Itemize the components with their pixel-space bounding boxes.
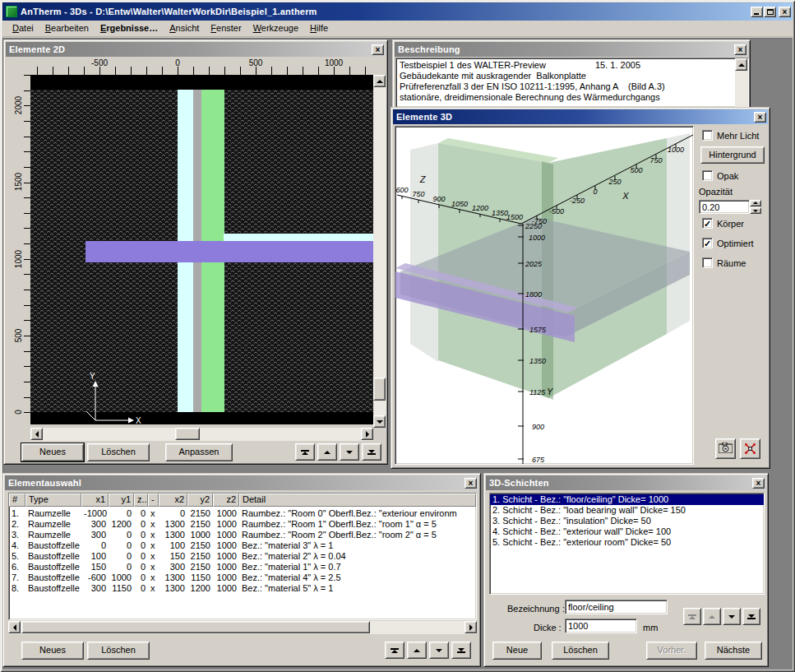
spin-up-button[interactable] <box>750 200 761 206</box>
elemente3d-viewport[interactable]: Z 600 750 900 1050 1200 1350 1500 X -750… <box>395 126 694 465</box>
close-button[interactable]: × <box>779 7 791 17</box>
col-x2[interactable]: x2 <box>159 494 187 507</box>
col-y1[interactable]: y1 <box>109 494 134 507</box>
elemente3d-titlebar[interactable]: Elemente 3D × <box>393 109 768 124</box>
menu-ansicht[interactable]: Ansicht <box>164 21 205 35</box>
elemente2d-loeschen-button[interactable]: Löschen <box>87 443 150 461</box>
elemente3d-close-button[interactable]: × <box>754 112 766 123</box>
move-up-button[interactable] <box>407 642 427 659</box>
snapshot-button[interactable] <box>715 438 736 459</box>
list-item[interactable]: 5. Schicht - Bez.: "exteriour room" Dick… <box>490 537 764 548</box>
move-to-top-button[interactable] <box>295 443 315 461</box>
move-to-top-button[interactable] <box>385 642 404 659</box>
optimiert-checkbox[interactable]: ✓ <box>702 238 713 248</box>
opak-checkbox[interactable] <box>702 170 713 181</box>
move-down-button[interactable] <box>340 443 359 461</box>
move-to-bottom-button[interactable] <box>451 642 471 659</box>
move-up-button[interactable] <box>317 443 337 461</box>
menu-datei[interactable]: Datei <box>7 21 39 35</box>
hintergrund-button[interactable]: Hintergrund <box>700 146 765 164</box>
list-item[interactable]: 2. Schicht - Bez.: "load bearing wall" D… <box>490 505 764 516</box>
hscroll-thumb[interactable] <box>175 428 200 440</box>
mehr-licht-checkbox[interactable] <box>702 130 713 141</box>
move-down-button[interactable] <box>723 608 741 625</box>
scroll-right-button[interactable] <box>361 428 373 440</box>
menu-werkzeuge[interactable]: Werkzeuge <box>247 21 304 35</box>
dicke-input[interactable] <box>565 619 637 633</box>
elemente2d-close-button[interactable]: × <box>372 44 384 55</box>
table-row[interactable]: 4. Baustoffzelle 0 0 0 x 100 2150 1000 B… <box>9 540 476 551</box>
material5-strip[interactable] <box>224 234 373 241</box>
elemente2d-hscrollbar[interactable] <box>30 428 373 441</box>
table-row[interactable]: 7. Baustoffzelle -600 1000 0 x 1300 1150… <box>9 572 476 583</box>
menu-fenster[interactable]: Fenster <box>205 21 247 35</box>
fit-view-button[interactable] <box>740 438 760 459</box>
cell-y1: 0 <box>109 540 134 551</box>
opazitaet-input[interactable] <box>699 200 750 214</box>
scroll-left-button[interactable] <box>8 621 21 633</box>
spin-down-button[interactable] <box>750 207 761 214</box>
minimize-button[interactable] <box>751 7 763 17</box>
elemente2d-vscrollbar[interactable] <box>373 75 386 428</box>
schichten-neue-button[interactable]: Neue <box>492 642 542 660</box>
schichten-titlebar[interactable]: 3D-Schichten × <box>486 475 766 490</box>
main-titlebar[interactable]: AnTherm - 3Ds - D:\Entw\Walter\WalterWor… <box>2 2 793 21</box>
elementauswahl-neues-button[interactable]: Neues <box>21 642 84 660</box>
move-to-bottom-button[interactable] <box>362 443 381 461</box>
table-row[interactable]: 8. Baustoffzelle 300 1150 0 x 1300 1200 … <box>9 583 476 594</box>
table-row[interactable]: 3. Raumzelle 300 0 0 x 1300 1000 1000 Ra… <box>9 530 476 540</box>
col-sep[interactable]: - <box>148 494 159 507</box>
move-to-top-button[interactable] <box>683 608 701 625</box>
table-row[interactable]: 5. Baustoffzelle 100 0 0 x 150 2150 1000… <box>9 551 476 562</box>
beschreibung-close-button[interactable]: × <box>734 44 746 55</box>
material4-balcony-slab[interactable] <box>86 241 373 262</box>
elementauswahl-titlebar[interactable]: Elementauswahl × <box>5 475 478 490</box>
schichten-naechste-button[interactable]: Nächste <box>705 642 762 660</box>
col-z1[interactable]: z.. <box>134 494 148 507</box>
beschreibung-titlebar[interactable]: Beschreibung × <box>395 42 748 57</box>
schichten-loeschen-button[interactable]: Löschen <box>552 642 609 660</box>
beschreibung-text-area[interactable]: Testbeispiel 1 des WALTER-Preview Gebäud… <box>395 58 749 108</box>
elementauswahl-loeschen-button[interactable]: Löschen <box>87 642 150 660</box>
col-y2[interactable]: y2 <box>187 494 213 507</box>
elementauswahl-hscrollbar[interactable] <box>8 621 477 634</box>
scroll-up-button[interactable] <box>373 75 386 87</box>
schichten-vorher-button[interactable]: Vorher. <box>646 642 697 660</box>
elemente2d-neues-button[interactable]: Neues <box>21 443 84 461</box>
move-to-bottom-button[interactable] <box>742 608 760 625</box>
elemente2d-anpassen-button[interactable]: Anpassen <box>165 443 233 461</box>
scroll-left-button[interactable] <box>30 428 43 440</box>
koerper-checkbox[interactable]: ✓ <box>702 218 713 229</box>
maximize-button[interactable] <box>764 7 776 17</box>
beschreibung-scrollbar[interactable] <box>735 58 748 107</box>
hscroll-thumb[interactable] <box>21 621 370 633</box>
move-down-button[interactable] <box>429 642 449 659</box>
scroll-right-button[interactable] <box>465 621 477 633</box>
list-item[interactable]: 3. Schicht - Bez.: "insulation" Dicke= 5… <box>490 516 764 526</box>
move-up-button[interactable] <box>703 608 721 625</box>
raeume-checkbox[interactable] <box>702 257 713 268</box>
col-detail[interactable]: Detail <box>239 494 476 507</box>
scroll-up-button[interactable] <box>735 58 747 71</box>
cell-z1: 0 <box>134 551 148 562</box>
elemente2d-titlebar[interactable]: Elemente 2D × <box>6 42 386 57</box>
bezeichnung-input[interactable] <box>565 600 668 614</box>
menu-ergebnisse[interactable]: Ergebnisse… <box>95 21 164 35</box>
table-row[interactable]: 2. Raumzelle 300 1200 0 x 1300 2150 1000… <box>9 519 476 530</box>
table-row[interactable]: 1. Raumzelle -1000 0 0 x 0 2150 1000 Rau… <box>9 508 476 519</box>
col-x1[interactable]: x1 <box>81 494 109 507</box>
elementauswahl-close-button[interactable]: × <box>465 478 477 489</box>
vscroll-thumb[interactable] <box>373 378 386 401</box>
menu-bearbeiten[interactable]: Bearbeiten <box>39 21 95 35</box>
list-item[interactable]: 1. Schicht - Bez.: "floor/ceiling" Dicke… <box>490 494 764 505</box>
list-item[interactable]: 4. Schicht - Bez.: "exteriour wall" Dick… <box>490 526 764 537</box>
table-row[interactable]: 6. Baustoffzelle 150 0 0 x 300 2150 1000… <box>9 562 476 572</box>
menu-hilfe[interactable]: Hilfe <box>304 21 334 35</box>
scroll-down-button[interactable] <box>373 415 386 428</box>
elemente2d-canvas[interactable]: X Y <box>30 75 373 424</box>
col-hash[interactable]: # <box>9 494 25 507</box>
col-type[interactable]: Type <box>25 494 81 507</box>
opazitaet-spinner[interactable] <box>750 200 761 214</box>
schichten-close-button[interactable]: × <box>752 478 765 489</box>
col-z2[interactable]: z2 <box>213 494 239 507</box>
